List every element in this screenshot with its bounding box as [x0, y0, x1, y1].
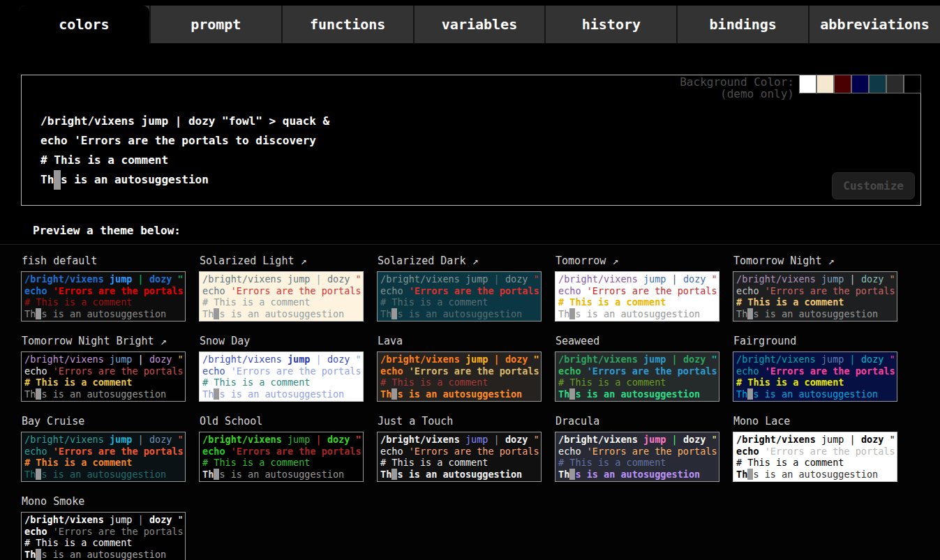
sample-line-2: echo 'Errors are the portals to discover…	[380, 446, 538, 457]
token-comment: # This is a comment	[380, 296, 488, 308]
bg-swatch-black[interactable]	[904, 75, 921, 93]
autosuggestion-text: s is an autosuggestion	[41, 308, 166, 319]
typed-text: Th	[558, 308, 569, 319]
token-echo: echo	[24, 526, 47, 537]
theme-preview-box[interactable]: /bright/vixens jump | dozy "echo 'Errors…	[199, 351, 364, 402]
theme-name: Tomorrow Night ↗	[733, 255, 897, 267]
theme-preview-box[interactable]: /bright/vixens jump | dozy "echo 'Errors…	[733, 351, 897, 402]
theme-card[interactable]: Just a Touch/bright/vixens jump | dozy "…	[377, 411, 542, 482]
token-command: dozy	[683, 354, 706, 365]
theme-preview-box[interactable]: /bright/vixens jump | dozy "echo 'Errors…	[21, 512, 186, 560]
theme-card[interactable]: Solarized Dark ↗/bright/vixens jump | do…	[377, 250, 542, 321]
token-path: /bright/vixens	[380, 354, 460, 365]
theme-name: Tomorrow ↗	[555, 255, 719, 267]
tab-bindings[interactable]: bindings	[676, 6, 808, 43]
theme-preview-box[interactable]: /bright/vixens jump | dozy "echo 'Errors…	[377, 351, 542, 402]
token-quote: "	[890, 273, 895, 285]
sample-line-1: /bright/vixens jump | dozy "	[202, 354, 360, 365]
bg-swatch-cream[interactable]	[816, 75, 834, 93]
theme-preview-box[interactable]: /bright/vixens jump | dozy "echo 'Errors…	[733, 432, 897, 482]
theme-preview-box[interactable]: /bright/vixens jump | dozy "echo 'Errors…	[555, 351, 719, 402]
token-comment: # This is a comment	[202, 296, 310, 308]
sample-line-2: echo 'Errors are the portals to discover…	[558, 365, 716, 377]
tab-abbreviations[interactable]: abbreviations	[808, 6, 940, 43]
tab-colors[interactable]: colors	[19, 6, 149, 43]
token-echo: echo	[380, 285, 403, 296]
bg-swatch-charcoal[interactable]	[886, 75, 904, 93]
theme-preview-box[interactable]: /bright/vixens jump | dozy "echo 'Errors…	[199, 432, 364, 482]
theme-card[interactable]: fish default/bright/vixens jump | dozy "…	[21, 250, 186, 321]
theme-card[interactable]: Solarized Light ↗/bright/vixens jump | d…	[199, 250, 364, 321]
theme-card[interactable]: Mono Lace/bright/vixens jump | dozy "ech…	[733, 411, 897, 482]
token-quote: "	[356, 434, 361, 445]
theme-card[interactable]: Mono Smoke/bright/vixens jump | dozy "ec…	[21, 491, 186, 560]
theme-name: Just a Touch	[378, 415, 542, 427]
theme-preview-box[interactable]: /bright/vixens jump | dozy "echo 'Errors…	[377, 271, 542, 321]
sample-line-4: This is an autosuggestion	[24, 388, 182, 400]
token-echo: echo	[202, 285, 225, 296]
customize-button[interactable]: Customize	[832, 172, 915, 199]
theme-card[interactable]: Dracula/bright/vixens jump | dozy "echo …	[555, 411, 719, 482]
sample-line-3: # This is a comment	[736, 457, 894, 469]
token-quote: "	[712, 273, 717, 285]
theme-section: fish default/bright/vixens jump | dozy "…	[0, 244, 940, 560]
token-echo: echo	[202, 446, 225, 457]
theme-name-text: Dracula	[555, 415, 599, 427]
theme-card[interactable]: Bay Cruise/bright/vixens jump | dozy "ec…	[21, 411, 186, 482]
theme-name-text: Solarized Light	[200, 255, 294, 267]
token-quote: "	[534, 273, 539, 285]
token-comment: # This is a comment	[24, 377, 132, 388]
bg-swatch-navy[interactable]	[851, 75, 869, 93]
typed-text: Th	[736, 308, 747, 319]
sample-line-4: This is an autosuggestion	[202, 388, 360, 400]
theme-card[interactable]: Seaweed/bright/vixens jump | dozy "echo …	[555, 331, 719, 402]
sample-line-3: # This is a comment	[202, 457, 360, 469]
token-string: 'Errors are the portals to discovery	[53, 526, 186, 537]
token-string: 'Errors are the portals to discovery	[765, 365, 897, 377]
token-echo: echo	[24, 446, 47, 457]
theme-preview-box[interactable]: /bright/vixens jump | dozy "echo 'Errors…	[21, 351, 186, 402]
token-comment: # This is a comment	[736, 457, 844, 468]
theme-card[interactable]: Old School/bright/vixens jump | dozy "ec…	[199, 411, 364, 482]
theme-card[interactable]: Tomorrow Night Bright ↗/bright/vixens ju…	[21, 331, 186, 402]
external-link-icon: ↗	[612, 255, 618, 267]
tab-variables[interactable]: variables	[413, 6, 545, 43]
theme-card[interactable]: Tomorrow ↗/bright/vixens jump | dozy "ec…	[555, 250, 719, 321]
sample-line-3: # This is a comment	[380, 377, 538, 388]
theme-preview-box[interactable]: /bright/vixens jump | dozy "echo 'Errors…	[377, 432, 542, 482]
sample-line-4: This is an autosuggestion	[736, 469, 894, 480]
theme-preview-box[interactable]: /bright/vixens jump | dozy "echo 'Errors…	[555, 432, 719, 482]
theme-card[interactable]: Fairground/bright/vixens jump | dozy "ec…	[733, 331, 897, 402]
tab-history[interactable]: history	[544, 6, 676, 43]
token-path: /bright/vixens	[24, 514, 104, 525]
theme-preview-box[interactable]: /bright/vixens jump | dozy "echo 'Errors…	[555, 271, 719, 321]
sample-line-3: # This is a comment	[558, 457, 716, 469]
token-string: 'Errors are the portals to discovery	[231, 365, 364, 377]
sample-line-4: This is an autosuggestion	[380, 308, 538, 320]
theme-card[interactable]: Lava/bright/vixens jump | dozy "echo 'Er…	[377, 331, 542, 402]
theme-card[interactable]: Snow Day/bright/vixens jump | dozy "echo…	[199, 331, 364, 402]
theme-preview-box[interactable]: /bright/vixens jump | dozy "echo 'Errors…	[21, 271, 186, 321]
bg-swatch-white[interactable]	[799, 75, 816, 93]
sample-line-2: echo 'Errors are the portals to discover…	[24, 365, 182, 377]
token-comment: # This is a comment	[24, 537, 132, 548]
token-pipe: |	[138, 354, 144, 365]
tab-prompt[interactable]: prompt	[149, 6, 281, 43]
sample-line-4: This is an autosuggestion	[202, 308, 360, 320]
sample-line-4: This is an autosuggestion	[736, 308, 894, 320]
token-param: jump	[110, 354, 133, 365]
theme-preview-box[interactable]: /bright/vixens jump | dozy "echo 'Errors…	[21, 432, 186, 482]
token-string: 'Errors are the portals to discovery	[231, 285, 364, 296]
token-string: 'Errors are the portals to discovery	[53, 446, 186, 457]
sample-line-1: /bright/vixens jump | dozy "	[24, 514, 182, 526]
theme-name-text: Bay Cruise	[22, 415, 84, 427]
tab-functions[interactable]: functions	[281, 6, 413, 43]
theme-card[interactable]: Tomorrow Night ↗/bright/vixens jump | do…	[733, 250, 897, 321]
token-param: jump	[288, 434, 311, 445]
theme-preview-box[interactable]: /bright/vixens jump | dozy "echo 'Errors…	[199, 271, 364, 321]
theme-preview-box[interactable]: /bright/vixens jump | dozy "echo 'Errors…	[733, 271, 897, 321]
bg-swatch-teal[interactable]	[869, 75, 886, 93]
token-comment: # This is a comment	[380, 457, 488, 468]
bg-swatch-maroon[interactable]	[834, 75, 851, 93]
token-quote: "	[356, 354, 361, 365]
